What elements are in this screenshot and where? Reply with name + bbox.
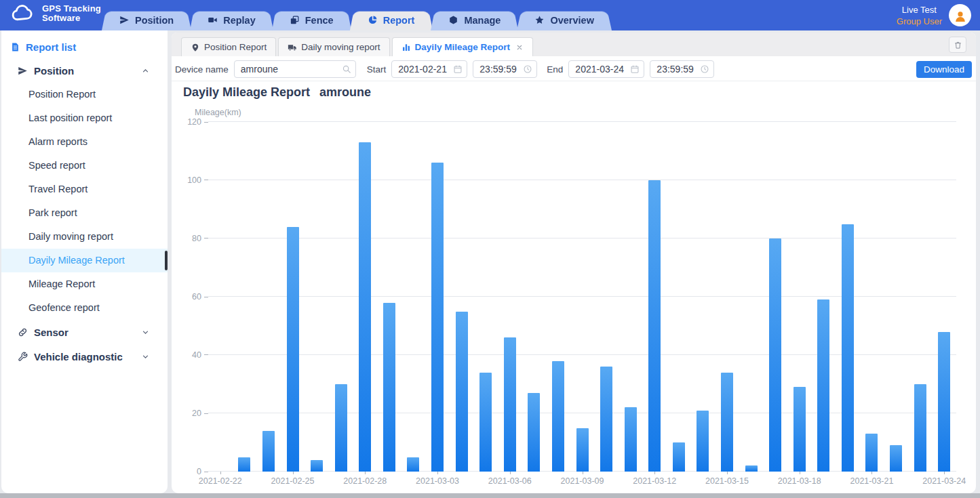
bar-2021-03-13[interactable] bbox=[673, 442, 685, 472]
map-pin-icon bbox=[191, 43, 200, 52]
bar-2021-02-27[interactable] bbox=[335, 384, 347, 472]
sidebar-item-park-report[interactable]: Park report bbox=[1, 201, 168, 225]
sidebar-item-alarm-reports[interactable]: Alarm reports bbox=[1, 130, 168, 154]
sidebar-group-position[interactable]: Position bbox=[1, 58, 168, 83]
nav-user-text: Live Test Group User bbox=[897, 4, 942, 27]
clock-icon[interactable] bbox=[523, 64, 532, 74]
doc-icon bbox=[10, 42, 20, 52]
chevron-up-icon bbox=[141, 66, 150, 75]
bar-2021-03-07[interactable] bbox=[528, 393, 540, 472]
bar-2021-03-12[interactable] bbox=[648, 180, 661, 472]
report-toolbar: Device name Start End bbox=[172, 56, 976, 81]
report-tree: PositionPosition ReportLast position rep… bbox=[1, 58, 168, 369]
chevron-up-icon bbox=[141, 66, 150, 75]
nav-tab-label: Replay bbox=[223, 15, 256, 26]
bar-2021-03-18[interactable] bbox=[793, 387, 806, 472]
nav-tab-position[interactable]: Position bbox=[102, 9, 191, 30]
report-list-title: Report list bbox=[26, 41, 76, 53]
brand-line2: Software bbox=[42, 14, 101, 23]
nav-tab-report[interactable]: Report bbox=[350, 9, 433, 30]
search-icon bbox=[342, 64, 351, 74]
bar-2021-03-24[interactable] bbox=[938, 332, 950, 472]
report-sidebar: Report list PositionPosition ReportLast … bbox=[1, 30, 168, 493]
trash-icon bbox=[954, 41, 962, 49]
nav-tab-manage[interactable]: Manage bbox=[431, 9, 518, 30]
sidebar-item-speed-report[interactable]: Speed report bbox=[1, 154, 168, 178]
sidebar-group-vehicle-diagnostic[interactable]: Vehicle diagnostic bbox=[1, 344, 168, 369]
bar-2021-03-11[interactable] bbox=[625, 407, 637, 472]
y-tick-label-40: 40 bbox=[192, 350, 201, 360]
avatar[interactable] bbox=[949, 4, 971, 26]
bar-2021-03-10[interactable] bbox=[600, 367, 612, 472]
bar-2021-02-25[interactable] bbox=[287, 227, 299, 472]
bar-2021-03-16[interactable] bbox=[745, 465, 758, 472]
bar-2021-02-26[interactable] bbox=[311, 460, 323, 472]
sidebar-item-position-report[interactable]: Position Report bbox=[1, 83, 168, 106]
sidebar-item-travel-report[interactable]: Travel Report bbox=[1, 178, 168, 201]
report-tab-daily-moving-report[interactable]: Daily moving report bbox=[278, 37, 389, 56]
bar-2021-03-09[interactable] bbox=[576, 428, 589, 472]
bar-2021-03-14[interactable] bbox=[697, 411, 709, 472]
nav-tab-overview[interactable]: Overview bbox=[517, 9, 612, 30]
bar-2021-03-19[interactable] bbox=[817, 299, 829, 472]
device-name-label: Device name bbox=[175, 64, 229, 75]
cube-icon bbox=[448, 15, 458, 25]
x-tick-mark bbox=[727, 472, 728, 474]
search-icon[interactable] bbox=[342, 64, 351, 74]
main-panel: Position ReportDaily moving reportDayily… bbox=[172, 33, 976, 493]
bar-2021-03-02[interactable] bbox=[407, 457, 419, 472]
clock-icon[interactable] bbox=[700, 64, 709, 74]
nav-tab-replay[interactable]: Replay bbox=[190, 9, 273, 30]
chevron-down-icon bbox=[141, 328, 150, 337]
paper-plane-icon bbox=[119, 15, 130, 25]
report-tabstrip: Position ReportDaily moving reportDayily… bbox=[172, 33, 976, 56]
chevron-down-icon bbox=[141, 352, 150, 361]
bar-2021-03-17[interactable] bbox=[769, 238, 781, 472]
y-tick-label-20: 20 bbox=[192, 409, 201, 418]
sidebar-item-geofence-report[interactable]: Geofence report bbox=[1, 296, 168, 320]
sidebar-item-last-position-report[interactable]: Last position report bbox=[1, 106, 168, 130]
bar-2021-03-03[interactable] bbox=[431, 163, 444, 472]
bar-2021-03-22[interactable] bbox=[890, 445, 902, 472]
bar-2021-03-04[interactable] bbox=[456, 312, 468, 472]
sidebar-group-label: Position bbox=[34, 65, 74, 77]
start-date-field bbox=[391, 60, 467, 78]
navbar: GPS Tracking Software PositionReplayFenc… bbox=[0, 0, 980, 30]
chevron-down-icon bbox=[141, 328, 150, 337]
x-axis: 2021-02-222021-02-252021-02-282021-03-03… bbox=[208, 472, 956, 488]
sidebar-item-dayily-mileage-report[interactable]: Dayily Mileage Report bbox=[1, 249, 168, 272]
bar-2021-03-01[interactable] bbox=[383, 303, 395, 472]
nav-tab-label: Position bbox=[135, 15, 174, 26]
bar-2021-02-28[interactable] bbox=[359, 142, 371, 472]
report-tab-label: Dayily Mileage Report bbox=[415, 42, 510, 52]
bar-2021-03-08[interactable] bbox=[552, 361, 564, 472]
y-tick-label-60: 60 bbox=[192, 292, 201, 302]
sidebar-item-mileage-report[interactable]: Mileage Report bbox=[1, 272, 168, 296]
close-icon[interactable] bbox=[515, 43, 524, 51]
calendar-icon[interactable] bbox=[630, 64, 640, 74]
report-tab-dayily-mileage-report[interactable]: Dayily Mileage Report bbox=[392, 37, 533, 56]
report-tab-position-report[interactable]: Position Report bbox=[181, 37, 276, 56]
bar-2021-03-05[interactable] bbox=[479, 373, 492, 472]
bar-2021-02-23[interactable] bbox=[238, 457, 250, 472]
calendar-icon[interactable] bbox=[453, 64, 463, 74]
bar-2021-03-15[interactable] bbox=[721, 373, 733, 472]
y-tick-label-80: 80 bbox=[192, 234, 201, 243]
chart-device-name: amroune bbox=[319, 85, 371, 99]
nav-tab-fence[interactable]: Fence bbox=[272, 9, 351, 30]
bar-2021-03-20[interactable] bbox=[842, 224, 854, 472]
x-tick-label-2021-03-06: 2021-03-06 bbox=[488, 476, 532, 486]
bar-2021-02-24[interactable] bbox=[262, 431, 275, 472]
wrench-icon bbox=[18, 352, 28, 362]
start-label: Start bbox=[367, 64, 387, 75]
sidebar-item-daily-moving-report[interactable]: Daily moving report bbox=[1, 225, 168, 249]
bar-2021-03-06[interactable] bbox=[504, 337, 516, 472]
sidebar-group-sensor[interactable]: Sensor bbox=[1, 320, 168, 344]
device-name-input[interactable] bbox=[235, 64, 355, 75]
download-button[interactable]: Download bbox=[916, 61, 972, 78]
end-label: End bbox=[547, 64, 563, 75]
x-tick-label-2021-03-18: 2021-03-18 bbox=[778, 476, 821, 486]
clear-tabs-button[interactable] bbox=[949, 37, 966, 53]
bar-2021-03-23[interactable] bbox=[914, 384, 926, 472]
bar-2021-03-21[interactable] bbox=[865, 434, 878, 472]
